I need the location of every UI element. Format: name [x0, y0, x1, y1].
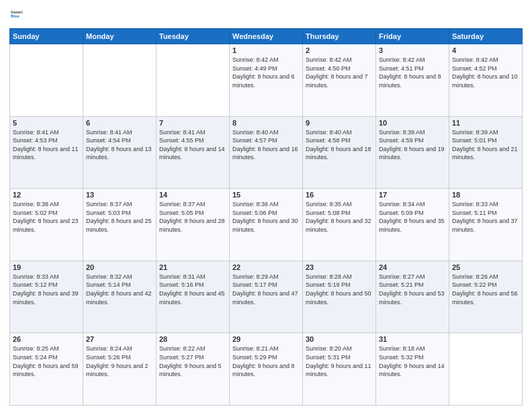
sunset-text: Sunset: 5:03 PM [86, 209, 153, 218]
day-cell: 29Sunrise: 8:21 AMSunset: 5:29 PMDayligh… [230, 333, 303, 406]
sunset-text: Sunset: 5:22 PM [452, 281, 519, 289]
day-cell: 24Sunrise: 8:27 AMSunset: 5:21 PMDayligh… [376, 261, 449, 333]
sunrise-text: Sunrise: 8:37 AM [86, 200, 153, 209]
day-cell: 5Sunrise: 8:41 AMSunset: 4:53 PMDaylight… [10, 116, 83, 189]
daylight-text: Daylight: 8 hours and 14 minutes. [159, 145, 226, 162]
sunset-text: Sunset: 5:08 PM [306, 209, 373, 218]
day-cell: 20Sunrise: 8:32 AMSunset: 5:14 PMDayligh… [83, 261, 157, 333]
day-number: 20 [86, 263, 153, 271]
header: General Blue [9, 7, 523, 24]
day-number: 29 [232, 335, 300, 343]
sunset-text: Sunset: 5:01 PM [452, 136, 519, 145]
daylight-text: Daylight: 8 hours and 13 minutes. [86, 145, 153, 162]
sunrise-text: Sunrise: 8:24 AM [86, 345, 153, 353]
sunset-text: Sunset: 5:26 PM [86, 353, 153, 362]
sunset-text: Sunset: 5:29 PM [232, 353, 300, 362]
day-cell: 17Sunrise: 8:34 AMSunset: 5:09 PMDayligh… [376, 189, 449, 261]
sunrise-text: Sunrise: 8:31 AM [159, 273, 226, 281]
sunset-text: Sunset: 5:09 PM [379, 209, 446, 218]
day-cell: 21Sunrise: 8:31 AMSunset: 5:16 PMDayligh… [157, 261, 230, 333]
sunrise-text: Sunrise: 8:41 AM [13, 128, 80, 137]
week-row-3: 19Sunrise: 8:33 AMSunset: 5:12 PMDayligh… [10, 261, 523, 333]
day-info: Sunrise: 8:27 AMSunset: 5:21 PMDaylight:… [379, 273, 446, 306]
day-info: Sunrise: 8:21 AMSunset: 5:29 PMDaylight:… [232, 345, 300, 378]
sunrise-text: Sunrise: 8:18 AM [379, 345, 446, 353]
day-number: 17 [379, 191, 446, 199]
sunrise-text: Sunrise: 8:40 AM [306, 128, 373, 137]
day-number: 27 [86, 335, 153, 343]
daylight-text: Daylight: 9 hours and 14 minutes. [379, 362, 446, 379]
day-info: Sunrise: 8:41 AMSunset: 4:54 PMDaylight:… [86, 128, 153, 162]
day-cell: 11Sunrise: 8:39 AMSunset: 5:01 PMDayligh… [449, 116, 523, 189]
day-number: 30 [306, 335, 373, 343]
day-info: Sunrise: 8:41 AMSunset: 4:53 PMDaylight:… [13, 128, 80, 162]
day-number: 6 [86, 119, 153, 127]
sunrise-text: Sunrise: 8:20 AM [306, 345, 373, 353]
daylight-text: Daylight: 8 hours and 21 minutes. [452, 145, 519, 162]
day-info: Sunrise: 8:37 AMSunset: 5:05 PMDaylight:… [159, 200, 226, 234]
sunset-text: Sunset: 5:05 PM [159, 209, 226, 218]
day-info: Sunrise: 8:42 AMSunset: 4:50 PMDaylight:… [306, 56, 373, 89]
daylight-text: Daylight: 8 hours and 19 minutes. [379, 145, 446, 162]
daylight-text: Daylight: 9 hours and 5 minutes. [159, 362, 226, 379]
sunset-text: Sunset: 5:12 PM [13, 281, 80, 289]
day-number: 5 [13, 119, 80, 127]
day-number: 24 [379, 263, 446, 271]
page: General Blue SundayMondayTuesdayWednesda… [0, 0, 532, 411]
sunset-text: Sunset: 5:19 PM [306, 281, 373, 289]
sunrise-text: Sunrise: 8:21 AM [232, 345, 300, 353]
daylight-text: Daylight: 8 hours and 50 minutes. [306, 289, 373, 306]
sunrise-text: Sunrise: 8:33 AM [13, 273, 80, 281]
sunset-text: Sunset: 4:51 PM [379, 64, 446, 73]
day-number: 7 [159, 119, 226, 127]
day-cell [157, 44, 230, 117]
daylight-text: Daylight: 8 hours and 18 minutes. [306, 145, 373, 162]
daylight-text: Daylight: 8 hours and 35 minutes. [379, 217, 446, 234]
daylight-text: Daylight: 9 hours and 8 minutes. [232, 362, 300, 379]
sunset-text: Sunset: 5:21 PM [379, 281, 446, 289]
day-cell: 7Sunrise: 8:41 AMSunset: 4:55 PMDaylight… [157, 116, 230, 189]
day-number: 28 [159, 335, 226, 343]
sunrise-text: Sunrise: 8:32 AM [86, 273, 153, 281]
week-row-2: 12Sunrise: 8:38 AMSunset: 5:02 PMDayligh… [10, 189, 523, 261]
logo-icon: General Blue [11, 7, 23, 21]
day-info: Sunrise: 8:33 AMSunset: 5:12 PMDaylight:… [13, 273, 80, 306]
sunrise-text: Sunrise: 8:41 AM [86, 128, 153, 137]
sunset-text: Sunset: 4:58 PM [306, 136, 373, 145]
daylight-text: Daylight: 8 hours and 39 minutes. [13, 289, 80, 306]
daylight-text: Daylight: 9 hours and 2 minutes. [86, 362, 153, 379]
day-info: Sunrise: 8:39 AMSunset: 4:59 PMDaylight:… [379, 128, 446, 162]
daylight-text: Daylight: 8 hours and 45 minutes. [159, 289, 226, 306]
day-cell: 2Sunrise: 8:42 AMSunset: 4:50 PMDaylight… [303, 44, 376, 117]
weekday-header-tuesday: Tuesday [157, 29, 230, 44]
day-cell: 27Sunrise: 8:24 AMSunset: 5:26 PMDayligh… [83, 333, 157, 406]
day-number: 21 [159, 263, 226, 271]
weekday-header-monday: Monday [83, 29, 157, 44]
sunrise-text: Sunrise: 8:28 AM [306, 273, 373, 281]
day-info: Sunrise: 8:33 AMSunset: 5:11 PMDaylight:… [452, 200, 519, 234]
day-cell [449, 333, 523, 406]
day-number: 13 [86, 191, 153, 199]
day-info: Sunrise: 8:42 AMSunset: 4:49 PMDaylight:… [232, 56, 300, 89]
day-number: 8 [232, 119, 300, 127]
daylight-text: Daylight: 8 hours and 11 minutes. [13, 145, 80, 162]
day-number: 4 [452, 46, 519, 54]
day-info: Sunrise: 8:24 AMSunset: 5:26 PMDaylight:… [86, 345, 153, 378]
sunset-text: Sunset: 5:31 PM [306, 353, 373, 362]
day-number: 22 [232, 263, 300, 271]
sunrise-text: Sunrise: 8:35 AM [306, 200, 373, 209]
daylight-text: Daylight: 8 hours and 16 minutes. [232, 145, 300, 162]
sunset-text: Sunset: 5:17 PM [232, 281, 300, 289]
day-cell: 4Sunrise: 8:42 AMSunset: 4:52 PMDaylight… [449, 44, 523, 117]
daylight-text: Daylight: 8 hours and 8 minutes. [379, 73, 446, 89]
day-number: 12 [13, 191, 80, 199]
day-number: 25 [452, 263, 519, 271]
day-cell: 3Sunrise: 8:42 AMSunset: 4:51 PMDaylight… [376, 44, 449, 117]
sunrise-text: Sunrise: 8:41 AM [159, 128, 226, 137]
day-number: 23 [306, 263, 373, 271]
sunrise-text: Sunrise: 8:38 AM [13, 200, 80, 209]
daylight-text: Daylight: 8 hours and 37 minutes. [452, 217, 519, 234]
day-info: Sunrise: 8:25 AMSunset: 5:24 PMDaylight:… [13, 345, 80, 378]
day-info: Sunrise: 8:38 AMSunset: 5:02 PMDaylight:… [13, 200, 80, 234]
sunrise-text: Sunrise: 8:26 AM [452, 273, 519, 281]
